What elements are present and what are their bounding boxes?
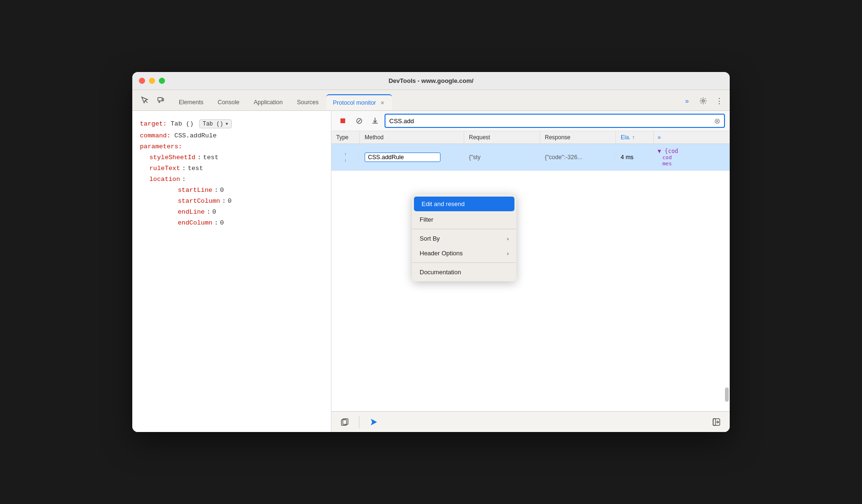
- param-key-location: location: [149, 176, 180, 183]
- direction-icon: ↑ ↓: [344, 152, 347, 162]
- dock-icon[interactable]: [710, 415, 723, 429]
- more-tabs-icon[interactable]: »: [680, 94, 694, 108]
- window-title: DevTools - www.google.com/: [388, 77, 473, 84]
- param-key-ruleText: ruleText: [149, 165, 180, 172]
- col-header-request: Request: [464, 131, 540, 144]
- param-key-endLine: endLine: [178, 208, 205, 216]
- search-clear-icon[interactable]: ⊗: [714, 117, 720, 126]
- param-location: location :: [140, 176, 323, 183]
- more-options-icon[interactable]: ⋮: [713, 94, 726, 108]
- svg-line-0: [145, 100, 147, 103]
- target-key: target:: [140, 120, 167, 127]
- traffic-lights: [139, 78, 165, 84]
- maximize-button[interactable]: [159, 78, 165, 84]
- select-element-icon[interactable]: [138, 93, 151, 107]
- svg-point-5: [702, 100, 705, 102]
- target-dropdown[interactable]: Tab () ▾: [199, 119, 231, 128]
- menu-item-header-options[interactable]: Header Options ›: [412, 246, 516, 261]
- devtools-window: DevTools - www.google.com/ Elements: [132, 72, 730, 432]
- left-panel: target: Tab () Tab () ▾ command: CSS.add…: [132, 111, 331, 432]
- tabs-bar: Elements Console Application Sources Pro…: [132, 90, 730, 111]
- tab-console[interactable]: Console: [211, 94, 246, 110]
- menu-divider-1: [412, 229, 516, 229]
- command-row: command: CSS.addRule: [140, 132, 323, 139]
- svg-marker-8: [371, 419, 377, 425]
- record-button[interactable]: ⏹: [336, 114, 349, 127]
- param-endColumn: endColumn : 0: [140, 219, 323, 226]
- tab-application[interactable]: Application: [247, 94, 289, 110]
- scrollbar[interactable]: [725, 260, 729, 402]
- close-button[interactable]: [139, 78, 145, 84]
- col-header-elapsed[interactable]: Ela. ↑: [616, 131, 654, 144]
- param-val-endColumn: 0: [220, 219, 224, 226]
- main-content: target: Tab () Tab () ▾ command: CSS.add…: [132, 111, 730, 432]
- titlebar: DevTools - www.google.com/: [132, 72, 730, 90]
- svg-rect-1: [158, 98, 162, 101]
- param-key-endColumn: endColumn: [178, 219, 212, 226]
- send-button[interactable]: [367, 415, 380, 429]
- tab-close-icon[interactable]: ✕: [379, 99, 385, 106]
- target-value: Tab () Tab () ▾: [171, 119, 232, 128]
- right-panel: ⏹ ⊘ ⊗ Type Method Request Response: [331, 111, 730, 432]
- command-key: command:: [140, 132, 171, 139]
- tabs-end: » ⋮: [680, 94, 726, 110]
- search-input[interactable]: [389, 117, 714, 125]
- tab-elements[interactable]: Elements: [172, 94, 210, 110]
- table-header: Type Method Request Response Ela. ↑ »: [331, 131, 730, 144]
- param-startColumn: startColumn : 0: [140, 198, 323, 205]
- col-header-more[interactable]: »: [654, 131, 673, 144]
- submenu-arrow-icon-2: ›: [507, 251, 509, 256]
- param-key-startColumn: startColumn: [178, 198, 220, 205]
- toolbar: ⏹ ⊘ ⊗: [331, 111, 730, 131]
- settings-icon[interactable]: [697, 94, 710, 108]
- param-val-styleSheetId: test: [203, 154, 218, 161]
- params-key: parameters:: [140, 143, 182, 150]
- svg-rect-2: [162, 99, 164, 101]
- param-val-startColumn: 0: [228, 198, 231, 205]
- bottom-bar: [331, 411, 730, 432]
- device-icon[interactable]: [154, 93, 167, 107]
- param-endLine: endLine : 0: [140, 208, 323, 216]
- cell-method: [360, 149, 464, 166]
- param-val-startLine: 0: [220, 187, 224, 194]
- tab-icon-group: [136, 93, 171, 110]
- tab-sources[interactable]: Sources: [290, 94, 325, 110]
- search-input-wrap: ⊗: [385, 114, 725, 128]
- param-val-ruleText: test: [188, 165, 203, 172]
- cell-elapsed: 4 ms: [616, 150, 654, 164]
- command-value: CSS.addRule: [174, 132, 217, 139]
- pages-icon[interactable]: [338, 415, 351, 429]
- menu-item-sort-by[interactable]: Sort By ›: [412, 231, 516, 246]
- context-menu: Edit and resend Filter Sort By › Header …: [412, 194, 516, 281]
- param-key-startLine: startLine: [178, 187, 212, 194]
- param-ruleText: ruleText : test: [140, 165, 323, 172]
- submenu-arrow-icon: ›: [507, 236, 509, 242]
- col-header-method: Method: [360, 131, 464, 144]
- param-startLine: startLine : 0: [140, 187, 323, 194]
- cell-response: {"code":-326...: [540, 150, 616, 164]
- col-header-type: Type: [331, 131, 360, 144]
- minimize-button[interactable]: [149, 78, 155, 84]
- method-input[interactable]: [365, 153, 440, 162]
- param-key-styleSheetId: styleSheetId: [149, 154, 195, 161]
- col-header-response: Response: [540, 131, 616, 144]
- param-styleSheetId: styleSheetId : test: [140, 154, 323, 161]
- table-row[interactable]: ↑ ↓ {"sty {"code":-326... 4 ms: [331, 144, 730, 171]
- cell-type: ↑ ↓: [331, 148, 360, 166]
- scrollbar-thumb[interactable]: [725, 387, 729, 402]
- param-val-endLine: 0: [212, 208, 216, 216]
- download-button[interactable]: [368, 114, 382, 127]
- params-row: parameters:: [140, 143, 323, 150]
- cell-request: {"sty: [464, 150, 540, 164]
- target-row: target: Tab () Tab () ▾: [140, 119, 323, 128]
- menu-item-filter[interactable]: Filter: [412, 212, 516, 227]
- menu-item-edit-resend[interactable]: Edit and resend: [414, 197, 514, 211]
- table-body: ↑ ↓ {"sty {"code":-326... 4 ms: [331, 144, 730, 411]
- menu-item-documentation[interactable]: Documentation: [412, 265, 516, 279]
- cancel-button[interactable]: ⊘: [352, 114, 366, 127]
- tab-protocol-monitor[interactable]: Protocol monitor ✕: [326, 94, 392, 110]
- bottom-divider: [359, 416, 359, 428]
- svg-rect-10: [713, 419, 715, 425]
- cell-more: ▼ {cod cod mes: [654, 144, 682, 171]
- menu-divider-2: [412, 262, 516, 263]
